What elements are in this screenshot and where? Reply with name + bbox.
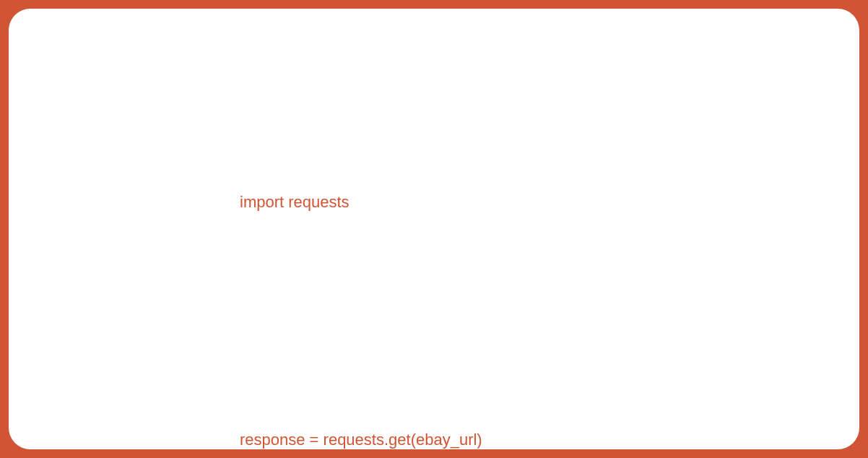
code-line-import: import requests (240, 182, 816, 222)
code-line-response: response = requests.get(ebay_url) (240, 420, 816, 458)
blank-line (240, 301, 816, 340)
code-card: import requests response = requests.get(… (9, 9, 859, 449)
code-block: import requests response = requests.get(… (240, 103, 816, 458)
